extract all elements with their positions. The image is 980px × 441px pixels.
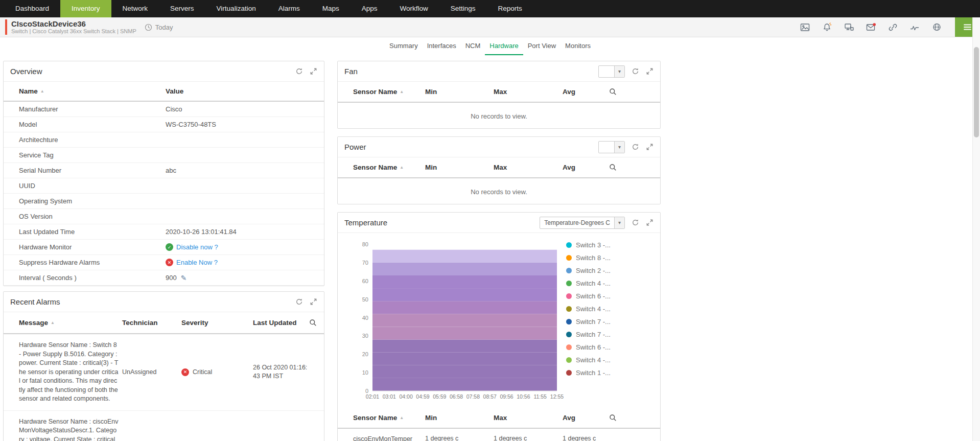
nav-item-servers[interactable]: Servers	[159, 0, 205, 17]
legend-item[interactable]: Switch 3 -...	[566, 241, 611, 249]
column-header-sensor-name[interactable]: Sensor Name▲	[353, 88, 425, 96]
nav-item-virtualization[interactable]: Virtualization	[205, 0, 267, 17]
tab-summary[interactable]: Summary	[385, 38, 423, 55]
field-value[interactable]: Enable Now ?	[176, 259, 218, 266]
expand-icon[interactable]	[310, 298, 317, 306]
field-value[interactable]: Disable now ?	[176, 243, 218, 251]
search-icon[interactable]	[609, 88, 653, 96]
screenshot-icon[interactable]	[799, 21, 810, 33]
svg-text:02:01: 02:01	[366, 393, 379, 400]
nav-item-alarms[interactable]: Alarms	[267, 0, 311, 17]
expand-icon[interactable]	[310, 67, 317, 75]
refresh-icon[interactable]	[632, 219, 639, 226]
column-header-technician[interactable]: Technician	[122, 319, 181, 327]
field-value: 900	[166, 274, 177, 282]
column-header-max[interactable]: Max	[494, 164, 563, 171]
legend-item[interactable]: Switch 4 -...	[566, 356, 611, 364]
search-icon[interactable]	[609, 164, 653, 171]
legend-item[interactable]: Switch 1 -...	[566, 369, 611, 377]
alarm-notification-icon[interactable]	[821, 21, 832, 33]
column-header-severity[interactable]: Severity	[181, 319, 253, 327]
alarm-technician: UnAssigned	[122, 368, 181, 376]
fan-empty-message: No records to view.	[338, 103, 660, 132]
globe-icon[interactable]	[931, 21, 942, 33]
legend-item[interactable]: Switch 6 -...	[566, 292, 611, 300]
column-header-last-updated[interactable]: Last Updated	[253, 319, 309, 327]
expand-icon[interactable]	[646, 67, 654, 75]
overview-panel-title: Overview	[10, 67, 42, 76]
tab-hardware[interactable]: Hardware	[485, 38, 523, 55]
legend-label: Switch 7 -...	[576, 331, 611, 338]
column-header-min[interactable]: Min	[425, 88, 494, 96]
column-header-message[interactable]: Message▲	[19, 319, 122, 327]
expand-icon[interactable]	[646, 219, 654, 226]
refresh-icon[interactable]	[632, 143, 639, 151]
mail-icon[interactable]	[865, 21, 876, 33]
temperature-chart: 0102030405060708002:0103:0104:0004:5905:…	[340, 239, 565, 404]
tab-port-view[interactable]: Port View	[523, 38, 561, 55]
column-header-max[interactable]: Max	[494, 414, 563, 422]
refresh-icon[interactable]	[295, 298, 303, 306]
search-icon[interactable]	[309, 319, 317, 327]
overview-row-suppress-hardware-alarms: Suppress Hardware Alarms ✓ ✕ Enable Now …	[4, 255, 324, 270]
legend-dot	[566, 255, 572, 261]
column-header-avg[interactable]: Avg	[563, 414, 609, 422]
time-period-selector[interactable]: Today	[145, 24, 173, 31]
nav-item-dashboard[interactable]: Dashboard	[4, 0, 60, 17]
device-snapshot-icon[interactable]	[843, 21, 854, 33]
legend-dot	[566, 293, 572, 299]
column-header-sensor-name[interactable]: Sensor Name▲	[353, 414, 425, 422]
column-header-sensor-name[interactable]: Sensor Name▲	[353, 164, 425, 171]
link-icon[interactable]	[887, 21, 898, 33]
legend-label: Switch 6 -...	[576, 292, 611, 300]
hamburger-icon	[962, 22, 973, 32]
legend-item[interactable]: Switch 7 -...	[566, 331, 611, 338]
legend-item[interactable]: Switch 7 -...	[566, 318, 611, 326]
refresh-icon[interactable]	[632, 67, 639, 75]
scrollbar-track[interactable]	[972, 17, 980, 441]
column-header-avg[interactable]: Avg	[563, 164, 609, 171]
power-sensor-type-select[interactable]: ▾	[598, 141, 625, 153]
main-nav-items: DashboardInventoryNetworkServersVirtuali…	[4, 0, 533, 17]
recent-alarms-panel-title: Recent Alarms	[10, 297, 60, 306]
nav-item-settings[interactable]: Settings	[439, 0, 487, 17]
alarm-row[interactable]: Hardware Sensor Name : ciscoEnvMonVoltag…	[4, 411, 324, 441]
column-header-name[interactable]: Name▲	[19, 87, 166, 95]
tab-monitors[interactable]: Monitors	[561, 38, 595, 55]
power-empty-message: No records to view.	[338, 178, 660, 208]
tab-interfaces[interactable]: Interfaces	[423, 38, 461, 55]
column-header-min[interactable]: Min	[425, 164, 494, 171]
legend-item[interactable]: Switch 2 -...	[566, 267, 611, 274]
svg-text:11:55: 11:55	[533, 393, 547, 400]
legend-item[interactable]: Switch 4 -...	[566, 280, 611, 287]
sensor-row[interactable]: ciscoEnvMonTemperatureStatusDescr.1 1 de…	[338, 429, 660, 441]
edit-icon[interactable]: ✎	[181, 274, 187, 282]
column-header-value[interactable]: Value	[166, 87, 317, 95]
nav-item-workflow[interactable]: Workflow	[388, 0, 439, 17]
device-tabs-list: SummaryInterfacesNCMHardwarePort ViewMon…	[385, 38, 595, 55]
search-icon[interactable]	[609, 414, 653, 422]
temperature-unit-select[interactable]: Temperature-Degrees C ▾	[540, 217, 625, 229]
alarm-row[interactable]: Hardware Sensor Name : Switch 8 - Power …	[4, 334, 324, 411]
legend-item[interactable]: Switch 4 -...	[566, 305, 611, 313]
legend-item[interactable]: Switch 8 -...	[566, 254, 611, 262]
column-header-min[interactable]: Min	[425, 414, 494, 422]
performance-icon[interactable]	[909, 21, 920, 33]
field-name: Last Updated Time	[19, 228, 166, 236]
nav-item-reports[interactable]: Reports	[487, 0, 533, 17]
nav-item-network[interactable]: Network	[111, 0, 159, 17]
nav-item-maps[interactable]: Maps	[311, 0, 351, 17]
tab-ncm[interactable]: NCM	[461, 38, 485, 55]
legend-item[interactable]: Switch 6 -...	[566, 343, 611, 351]
svg-text:70: 70	[362, 260, 368, 266]
fan-sensor-type-select[interactable]: ▾	[598, 65, 625, 78]
expand-icon[interactable]	[646, 143, 654, 151]
column-header-max[interactable]: Max	[494, 88, 563, 96]
refresh-icon[interactable]	[295, 67, 303, 75]
nav-item-apps[interactable]: Apps	[351, 0, 389, 17]
scrollbar-thumb[interactable]	[974, 47, 979, 137]
column-header-avg[interactable]: Avg	[563, 88, 609, 96]
field-name: UUID	[19, 182, 166, 190]
nav-item-inventory[interactable]: Inventory	[60, 0, 111, 17]
temperature-panel: Temperature Temperature-Degrees C ▾ 0102…	[337, 212, 661, 441]
